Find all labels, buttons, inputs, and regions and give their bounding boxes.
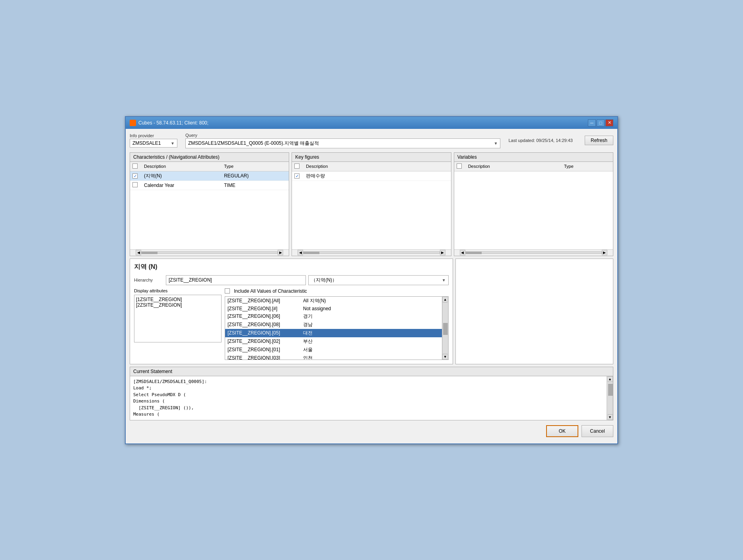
stmt-scroll-track [607, 382, 613, 414]
middle-area: Display attributes [1ZSITE__ZREGION] [2Z… [134, 288, 449, 360]
var-scroll-right[interactable]: ▶ [602, 250, 607, 255]
stmt-line-3: Select PseudoMDX D ( [133, 392, 603, 399]
stmt-scroll-down[interactable]: ▼ [607, 414, 613, 420]
characteristics-panel: Characteristics / (Navigational Attribut… [130, 152, 289, 256]
values-scroll-thumb [443, 323, 448, 335]
char-row1-type: REGULAR) [222, 171, 289, 181]
statement-header: Current Statement [130, 367, 613, 376]
list-item[interactable]: [ZSITE__ZREGION].[01] 서울 [225, 346, 442, 354]
info-provider-dropdown[interactable]: ZMSDSALE1 ▼ [130, 139, 177, 148]
list-item[interactable]: [ZSITE__ZREGION].[All] All 지역(N) [225, 297, 442, 305]
refresh-button[interactable]: Refresh [585, 136, 613, 145]
char-row2-checkbox[interactable] [132, 182, 138, 187]
keyfigures-panel: Key figures Description [292, 152, 451, 256]
char-scroll-right[interactable]: ▶ [278, 250, 283, 255]
stmt-scroll-up[interactable]: ▲ [607, 376, 613, 382]
values-list: [ZSITE__ZREGION].[All] All 지역(N) [ZSITE_… [225, 297, 442, 360]
hierarchy-label: Hierarchy [134, 278, 166, 282]
maximize-button[interactable]: □ [597, 119, 605, 126]
display-attrs-section: Display attributes [1ZSITE__ZREGION] [2Z… [134, 288, 222, 360]
keyfigures-panel-header: Key figures [292, 153, 451, 162]
value-label: 부산 [303, 338, 440, 345]
var-desc-header: Description [466, 162, 562, 171]
main-window: Cubes - 58.74.63.11; Client: 800; ─ □ ✕ … [125, 116, 618, 444]
list-item[interactable]: [ZSITE__ZREGION].[#] Not assigned [225, 305, 442, 312]
char-all-checkbox[interactable] [132, 163, 138, 169]
value-label: 인천 [303, 355, 440, 360]
kf-scroll-left[interactable]: ◀ [298, 250, 303, 255]
values-scroll-up[interactable]: ▲ [442, 297, 448, 302]
char-hscrollbar: ◀ ▶ [130, 249, 289, 256]
kf-all-checkbox[interactable] [294, 163, 300, 169]
include-all-checkbox[interactable] [225, 288, 230, 294]
list-item[interactable]: [ZSITE__ZREGION].[03] 인천 [225, 354, 442, 360]
kf-scroll-right[interactable]: ▶ [440, 250, 445, 255]
var-all-checkbox[interactable] [457, 163, 462, 169]
info-provider-group: Info provider ZMSDSALE1 ▼ [130, 133, 177, 148]
display-attrs-label: Display attributes [134, 288, 222, 293]
stmt-line-6: Measures ( [133, 411, 603, 418]
stmt-vscrollbar: ▲ ▼ [607, 376, 613, 420]
close-button[interactable]: ✕ [605, 119, 613, 126]
kf-row1-desc: 판매수량 [303, 171, 451, 181]
cancel-button[interactable]: Cancel [582, 425, 613, 437]
char-row2-desc: Calendar Year [142, 181, 222, 190]
query-label: Query [185, 133, 500, 138]
var-type-header: Type [562, 162, 613, 171]
characteristics-table: Description Type ✓ (지역(N) REGULAR) [130, 162, 289, 190]
statement-body-wrapper: [ZMSDSALE1/ZMSDSALE1_Q0005]: Load *; Sel… [130, 376, 613, 420]
variables-panel: Variables Description Type [454, 152, 613, 256]
table-row[interactable]: ✓ 판매수량 [292, 171, 451, 181]
values-scroll-track [442, 302, 448, 354]
stmt-scroll-thumb [608, 384, 613, 396]
detail-left-panel: 지역 (N) Hierarchy [ZSITE__ZREGION] （지역(N)… [130, 259, 453, 364]
value-key: [ZSITE__ZREGION].[05] [228, 330, 299, 336]
app-icon [130, 120, 136, 126]
char-row2-type: TIME [222, 181, 289, 190]
stmt-line-5: [ZSITE__ZREGION] ()), [133, 405, 603, 412]
info-provider-arrow: ▼ [171, 141, 175, 146]
value-label: 경남 [303, 321, 440, 328]
minimize-button[interactable]: ─ [588, 119, 596, 126]
info-provider-value: ZMSDSALE1 [132, 140, 161, 146]
value-label: 경기 [303, 313, 440, 320]
detail-right-panel [455, 259, 613, 364]
value-key: [ZSITE__ZREGION].[03] [228, 355, 299, 360]
table-row[interactable]: ✓ (지역(N) REGULAR) [130, 171, 289, 181]
values-scroll-down[interactable]: ▼ [442, 354, 448, 360]
value-label: 대전 [303, 330, 440, 336]
info-provider-label: Info provider [130, 133, 177, 138]
kf-row1-checkbox[interactable]: ✓ [294, 173, 300, 179]
query-dropdown[interactable]: ZMSDSALE1/ZMSDSALE1_Q0005 (E-0005).지역별 매… [185, 138, 500, 148]
hierarchy-left-dropdown[interactable]: [ZSITE__ZREGION] [166, 275, 306, 285]
list-item[interactable]: [ZSITE__ZREGION].[08] 경남 [225, 321, 442, 329]
char-row1-checkbox[interactable]: ✓ [132, 173, 138, 179]
value-key: [ZSITE__ZREGION].[08] [228, 322, 299, 327]
ok-button[interactable]: OK [546, 425, 578, 437]
values-section: Include All Values of Characteristic [ZS… [225, 288, 449, 360]
list-item[interactable]: [ZSITE__ZREGION].[02] 부산 [225, 337, 442, 346]
kf-desc-header: Description [303, 162, 451, 171]
value-label: All 지역(N) [303, 298, 440, 304]
list-item[interactable]: [ZSITE__ZREGION].[06] 경기 [225, 312, 442, 321]
query-group: Query ZMSDSALE1/ZMSDSALE1_Q0005 (E-0005)… [185, 133, 500, 148]
include-all-row: Include All Values of Characteristic [225, 288, 449, 294]
value-key: [ZSITE__ZREGION].[All] [228, 298, 299, 303]
three-panels: Characteristics / (Navigational Attribut… [130, 152, 613, 256]
display-attrs-panel: [1ZSITE__ZREGION] [2ZSITE__ZREGION] [134, 295, 222, 342]
char-type-header: Type [222, 162, 289, 171]
value-key: [ZSITE__ZREGION].[01] [228, 347, 299, 352]
char-scroll-left[interactable]: ◀ [136, 250, 141, 255]
query-value: ZMSDSALE1/ZMSDSALE1_Q0005 (E-0005).지역별 매… [188, 140, 319, 147]
value-label: 서울 [303, 346, 440, 353]
var-scroll-left[interactable]: ◀ [460, 250, 465, 255]
bottom-section: 지역 (N) Hierarchy [ZSITE__ZREGION] （지역(N)… [130, 259, 613, 364]
value-label: Not assigned [303, 306, 440, 311]
var-hscrollbar: ◀ ▶ [454, 249, 613, 256]
list-item[interactable]: [ZSITE__ZREGION].[05] 대전 [225, 329, 442, 337]
table-row[interactable]: Calendar Year TIME [130, 181, 289, 190]
display-attr-1: [1ZSITE__ZREGION] [136, 297, 220, 302]
current-statement-section: Current Statement [ZMSDSALE1/ZMSDSALE1_Q… [130, 367, 613, 420]
window-title: Cubes - 58.74.63.11; Client: 800; [138, 120, 208, 126]
hierarchy-right-dropdown[interactable]: （지역(N)） ▼ [308, 275, 448, 285]
